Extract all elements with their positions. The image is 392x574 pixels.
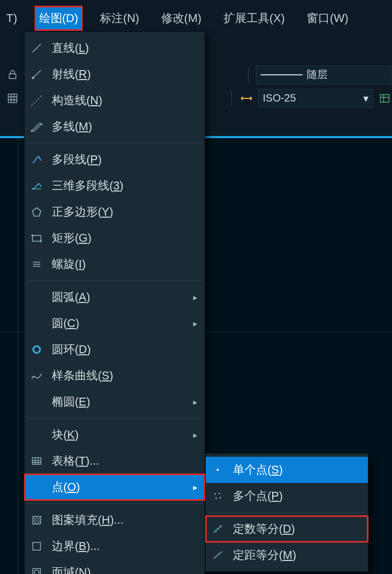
svg-line-4 (32, 44, 41, 52)
dim-linear-icon[interactable] (239, 91, 254, 106)
menu-ray-label: 射线(R) (52, 66, 197, 82)
menu-table[interactable]: 表格(T)... (25, 448, 205, 474)
submenu-measure[interactable]: 定距等分(M) (206, 542, 368, 568)
pline-icon (29, 152, 44, 167)
svg-point-25 (219, 493, 220, 494)
menu-donut-label: 圆环(D) (52, 342, 197, 357)
spline-icon (29, 368, 44, 384)
svg-rect-3 (380, 94, 389, 102)
menubar-dim[interactable]: 标注(N) (97, 7, 142, 29)
boundary-icon (29, 538, 44, 554)
svg-point-14 (32, 235, 33, 236)
menu-arc-label: 圆弧(A) (52, 289, 182, 305)
menu-point[interactable]: 点(O) ▸ (25, 474, 205, 500)
menu-block-label: 块(K) (52, 427, 182, 443)
svg-rect-18 (33, 516, 41, 524)
separator (27, 280, 203, 281)
lock-icon[interactable] (5, 67, 20, 82)
menu-pline[interactable]: 多段线(P) (25, 147, 205, 173)
submenu-single[interactable]: 单个点(S) (206, 457, 368, 483)
menu-mline[interactable]: 多线(M) (25, 114, 205, 140)
menubar-prev[interactable]: T) (3, 8, 20, 28)
menubar-express[interactable]: 扩展工具(X) (220, 7, 288, 29)
svg-marker-12 (32, 208, 41, 216)
p3d-icon (29, 178, 44, 194)
svg-point-27 (220, 497, 221, 499)
menu-spline-label: 样条曲线(S) (52, 368, 197, 384)
submenu-single-label: 单个点(S) (233, 462, 361, 478)
submenu-arrow-icon: ▸ (189, 482, 197, 492)
menu-region-label: 面域(N) (52, 565, 197, 574)
menu-arc[interactable]: 圆弧(A) ▸ (25, 284, 205, 310)
separator (27, 143, 203, 143)
menu-circle-label: 圆(C) (52, 316, 182, 331)
menubar-draw[interactable]: 绘图(D) (36, 7, 82, 29)
menu-table-label: 表格(T)... (52, 453, 197, 469)
menu-boundary-label: 边界(B)... (52, 538, 197, 554)
blank-icon (29, 427, 44, 443)
menu-hatch[interactable]: 图案填充(H)... (25, 507, 205, 533)
menu-3dpoly[interactable]: 三维多段线(3) (25, 173, 205, 199)
submenu-multi[interactable]: 多个点(P) (206, 483, 368, 509)
menu-3dpoly-label: 三维多段线(3) (52, 178, 197, 194)
dimstyle-combo[interactable]: ISO-25 ▾ (258, 89, 373, 108)
separator (27, 503, 203, 504)
submenu-measure-label: 定距等分(M) (233, 547, 361, 563)
svg-point-16 (33, 346, 40, 353)
svg-rect-17 (32, 458, 41, 465)
menu-rect[interactable]: 矩形(G) (25, 225, 205, 251)
separator (208, 512, 366, 513)
menu-polygon[interactable]: 正多边形(Y) (25, 199, 205, 225)
helix-icon (29, 256, 44, 272)
svg-line-7 (31, 95, 42, 106)
grid-icon[interactable] (5, 91, 20, 106)
svg-point-21 (34, 570, 39, 574)
svg-point-15 (40, 241, 41, 242)
menu-point-label: 点(O) (52, 479, 182, 495)
menu-block[interactable]: 块(K) ▸ (25, 422, 205, 448)
menu-pline-label: 多段线(P) (52, 152, 197, 167)
submenu-arrow-icon: ▸ (189, 319, 197, 329)
polygon-icon (29, 204, 44, 220)
menu-donut[interactable]: 圆环(D) (25, 336, 205, 363)
divide-icon (210, 521, 226, 537)
menu-line[interactable]: 直线(L) (25, 35, 205, 61)
svg-rect-13 (32, 235, 41, 241)
donut-icon (29, 342, 44, 357)
xline-icon (29, 93, 44, 108)
linetype-combo[interactable]: 随层 (256, 65, 392, 84)
svg-rect-20 (33, 569, 41, 574)
linetype-label: 随层 (307, 67, 328, 82)
menu-line-label: 直线(L) (52, 40, 197, 56)
menu-hatch-label: 图案填充(H)... (52, 512, 197, 528)
menu-ellipse[interactable]: 椭圆(E) ▸ (25, 389, 205, 415)
submenu-multi-label: 多个点(P) (233, 488, 361, 504)
svg-line-6 (33, 70, 41, 77)
submenu-divide[interactable]: 定数等分(D) (206, 516, 368, 542)
chevron-down-icon: ▾ (363, 92, 368, 105)
table-icon[interactable] (377, 91, 392, 106)
mline-icon (29, 119, 44, 134)
menu-region[interactable]: 面域(N) (25, 559, 205, 574)
menubar-modify[interactable]: 修改(M) (158, 7, 205, 29)
dimstyle-label: ISO-25 (263, 92, 296, 104)
menu-helix[interactable]: 螺旋(I) (25, 251, 205, 277)
blank-icon (29, 479, 44, 495)
menu-ellipse-label: 椭圆(E) (52, 394, 182, 410)
region-icon (29, 565, 44, 574)
separator (27, 418, 203, 419)
svg-point-24 (215, 493, 216, 495)
menu-boundary[interactable]: 边界(B)... (25, 533, 205, 559)
menu-mline-label: 多线(M) (52, 119, 197, 134)
svg-point-10 (31, 130, 33, 132)
svg-point-26 (216, 498, 217, 499)
menu-xline[interactable]: 构造线(N) (25, 87, 205, 114)
menubar-window[interactable]: 窗口(W) (304, 7, 351, 29)
menubar: T) 绘图(D) 标注(N) 修改(M) 扩展工具(X) 窗口(W) (0, 5, 392, 31)
menu-ray[interactable]: 射线(R) (25, 61, 205, 87)
menu-circle[interactable]: 圆(C) ▸ (25, 310, 205, 336)
menu-spline[interactable]: 样条曲线(S) (25, 363, 205, 389)
svg-rect-2 (8, 94, 17, 103)
svg-point-11 (41, 123, 42, 125)
menu-xline-label: 构造线(N) (52, 93, 197, 108)
